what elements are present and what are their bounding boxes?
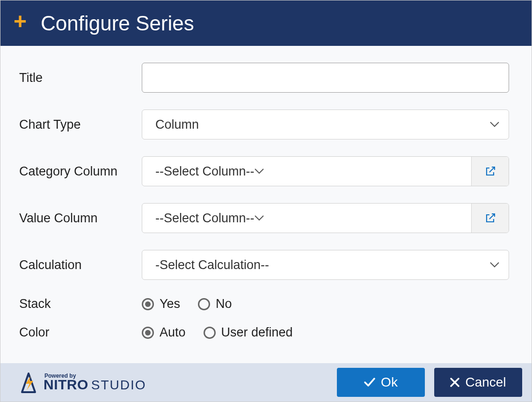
category-column-open-button[interactable] (471, 157, 509, 186)
dialog-title: Configure Series (41, 12, 194, 35)
footer-buttons: Ok Cancel (337, 368, 522, 397)
check-icon (364, 378, 375, 387)
radio-unchecked-icon (198, 298, 210, 310)
cancel-button[interactable]: Cancel (434, 368, 522, 397)
stack-no-radio[interactable]: No (198, 297, 232, 311)
row-chart-type: Chart Type Column (19, 110, 509, 139)
plus-icon: + (14, 10, 27, 33)
color-radio-group: Auto User defined (142, 325, 293, 340)
dialog-footer: Powered by NITRO STUDIO Ok Cancel (0, 363, 532, 402)
open-external-icon (485, 212, 496, 224)
chart-type-label: Chart Type (19, 117, 142, 132)
dialog-header: + Configure Series (0, 0, 532, 46)
title-label: Title (19, 71, 142, 85)
row-stack: Stack Yes No (19, 297, 509, 311)
nitro-logo-icon (19, 372, 39, 393)
calculation-label: Calculation (19, 258, 142, 272)
radio-checked-icon (142, 298, 154, 310)
category-column-label: Category Column (19, 164, 142, 179)
category-column-select[interactable]: --Select Column-- (142, 157, 471, 186)
stack-no-label: No (216, 297, 232, 311)
configure-series-dialog: + Configure Series Title Chart Type Colu… (0, 0, 532, 402)
chart-type-select[interactable]: Column (142, 110, 509, 139)
value-column-value: --Select Column-- (155, 211, 255, 226)
color-label: Color (19, 325, 142, 340)
row-value-column: Value Column --Select Column-- (19, 203, 509, 233)
color-auto-label: Auto (160, 325, 186, 340)
stack-radio-group: Yes No (142, 297, 232, 311)
row-title: Title (19, 63, 509, 93)
color-user-radio[interactable]: User defined (204, 325, 293, 340)
open-external-icon (485, 166, 496, 177)
ok-button[interactable]: Ok (337, 368, 425, 397)
chevron-down-icon (490, 122, 499, 127)
radio-checked-icon (142, 327, 154, 339)
brand-main-text: NITRO (44, 378, 88, 392)
close-icon (450, 378, 459, 387)
color-auto-radio[interactable]: Auto (142, 325, 186, 340)
row-color: Color Auto User defined (19, 325, 509, 340)
ok-button-label: Ok (381, 375, 398, 390)
chart-type-value: Column (155, 117, 199, 132)
title-input[interactable] (142, 63, 509, 93)
dialog-body: Title Chart Type Column Category Column (0, 46, 532, 363)
row-calculation: Calculation -Select Calculation-- (19, 250, 509, 280)
row-category-column: Category Column --Select Column-- (19, 156, 509, 186)
chevron-down-icon (255, 168, 264, 174)
value-column-open-button[interactable] (471, 204, 509, 233)
brand-logo: Powered by NITRO STUDIO (19, 372, 146, 393)
category-column-value: --Select Column-- (155, 164, 255, 179)
stack-label: Stack (19, 297, 142, 311)
calculation-select[interactable]: -Select Calculation-- (142, 250, 509, 280)
stack-yes-label: Yes (160, 297, 180, 311)
calculation-value: -Select Calculation-- (155, 258, 269, 272)
stack-yes-radio[interactable]: Yes (142, 297, 180, 311)
chevron-down-icon (255, 215, 264, 221)
color-user-label: User defined (221, 325, 293, 340)
cancel-button-label: Cancel (465, 375, 506, 390)
chevron-down-icon (490, 262, 499, 268)
radio-unchecked-icon (204, 327, 216, 339)
value-column-label: Value Column (19, 211, 142, 226)
brand-sub-text: STUDIO (91, 379, 146, 392)
value-column-select[interactable]: --Select Column-- (142, 204, 471, 233)
